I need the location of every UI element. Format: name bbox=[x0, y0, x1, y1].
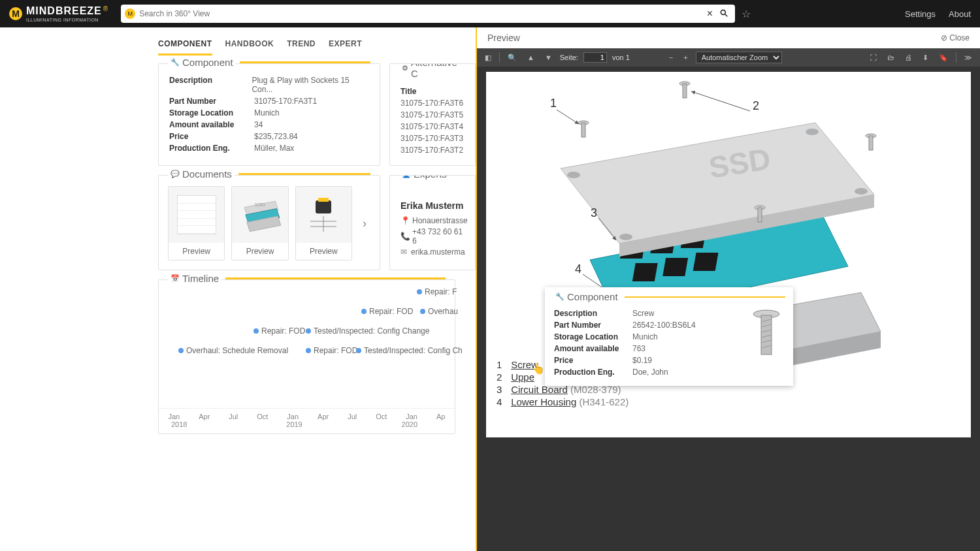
main-tabs: COMPONENT HANDBOOK TREND EXPERT bbox=[0, 27, 476, 55]
timeline-event[interactable]: Overhau bbox=[420, 307, 458, 316]
tab-handbook[interactable]: HANDBOOK bbox=[225, 34, 274, 55]
kv-row: Price$235,723.84 bbox=[169, 132, 369, 141]
pin-icon: 📍 bbox=[400, 216, 408, 225]
svg-line-1 bbox=[725, 14, 728, 16]
page-down-icon[interactable]: ▼ bbox=[542, 52, 555, 63]
part-list-item[interactable]: 4 Lower Housing (H341-622) bbox=[497, 396, 629, 407]
search-input[interactable] bbox=[139, 9, 703, 18]
cursor-hand-icon: 👆 bbox=[532, 362, 545, 375]
kv-row: Amount available763 bbox=[554, 344, 742, 353]
timeline-panel-title: Timeline bbox=[182, 273, 219, 284]
alt-item[interactable]: 31075-170:FA3T3 bbox=[400, 134, 465, 143]
alternative-panel-title: Alternative C bbox=[411, 63, 459, 79]
search-box[interactable]: M × bbox=[121, 5, 735, 23]
download-icon[interactable]: ⬇ bbox=[920, 52, 931, 63]
wrench-icon: 🔧 bbox=[555, 292, 564, 301]
sidebar-toggle-icon[interactable]: ◧ bbox=[482, 52, 494, 63]
gear-icon: ⚙ bbox=[402, 64, 408, 72]
svg-point-25 bbox=[855, 188, 868, 195]
page-of-label: von 1 bbox=[612, 54, 630, 61]
kv-row: DescriptionScrew bbox=[554, 309, 742, 318]
print-icon[interactable]: 🖨 bbox=[902, 52, 915, 63]
alt-item[interactable]: 31075-170:FA3T2 bbox=[400, 146, 465, 155]
page-up-icon[interactable]: ▲ bbox=[525, 52, 537, 63]
nav-about[interactable]: About bbox=[949, 9, 971, 19]
page-number-input[interactable] bbox=[583, 52, 607, 63]
phone-icon: 📞 bbox=[400, 232, 408, 241]
brand-logo: M MINDBREEZE ® ILLUMINATING INFORMATION bbox=[9, 5, 108, 22]
mail-icon: ✉ bbox=[400, 247, 407, 257]
svg-rect-19 bbox=[693, 253, 719, 271]
svg-rect-28 bbox=[581, 123, 585, 137]
close-icon: ⊘ bbox=[941, 33, 947, 42]
more-icon[interactable]: ≫ bbox=[962, 52, 975, 63]
timeline-event[interactable]: Repair: FOD bbox=[361, 307, 413, 316]
brand-tagline: ILLUMINATING INFORMATION bbox=[26, 18, 108, 22]
zoom-out-icon[interactable]: − bbox=[666, 52, 676, 63]
svg-point-24 bbox=[806, 129, 819, 135]
brand-name: MINDBREEZE bbox=[26, 5, 102, 17]
timeline-event[interactable]: Repair: FOD bbox=[306, 346, 357, 355]
svg-text:2: 2 bbox=[753, 99, 759, 112]
kv-row: Part Number26542-100:BS6L4 bbox=[554, 321, 742, 330]
tab-component[interactable]: COMPONENT bbox=[158, 34, 212, 55]
kv-row: Amount available34 bbox=[169, 120, 369, 129]
kv-row: DescriptionPlug & Play with Sockets 15 C… bbox=[169, 76, 369, 94]
user-icon: 👤 bbox=[402, 175, 411, 178]
documents-next-icon[interactable]: › bbox=[359, 217, 370, 230]
document-thumb-3[interactable]: Preview bbox=[295, 186, 352, 260]
svg-point-23 bbox=[567, 172, 580, 178]
expert-address: Honauerstrasse bbox=[412, 216, 468, 225]
svg-rect-34 bbox=[758, 208, 762, 222]
svg-text:SSD: SSD bbox=[255, 202, 265, 208]
svg-rect-18 bbox=[662, 258, 688, 276]
zoom-in-icon[interactable]: + bbox=[681, 52, 690, 63]
experts-panel-title: Experts bbox=[414, 175, 447, 180]
svg-text:4: 4 bbox=[575, 262, 581, 276]
svg-rect-17 bbox=[632, 263, 658, 281]
find-icon[interactable]: 🔍 bbox=[505, 52, 519, 63]
document-canvas[interactable]: SSD 1 2 bbox=[486, 72, 971, 437]
svg-rect-7 bbox=[318, 198, 329, 202]
alt-item[interactable]: 31075-170:FA3T5 bbox=[400, 110, 465, 119]
open-file-icon[interactable]: 🗁 bbox=[885, 52, 897, 63]
timeline-event[interactable]: Repair: FOD bbox=[253, 326, 305, 336]
component-panel-title: Component bbox=[182, 57, 233, 68]
component-tooltip: 🔧 Component DescriptionScrewPart Number2… bbox=[545, 287, 793, 386]
kv-row: Production Eng.Doe, John bbox=[554, 368, 742, 377]
expert-email: erika.musterma bbox=[411, 247, 465, 257]
nav-settings[interactable]: Settings bbox=[905, 9, 936, 19]
svg-rect-32 bbox=[869, 136, 873, 150]
search-icon[interactable] bbox=[717, 8, 731, 20]
bookmark-icon[interactable]: 🔖 bbox=[936, 52, 951, 63]
document-thumb-2[interactable]: SSD Preview bbox=[231, 186, 288, 260]
logo-mark-icon: M bbox=[9, 7, 22, 20]
clear-search-icon[interactable]: × bbox=[703, 8, 717, 20]
alt-item[interactable]: 31075-170:FA3T6 bbox=[400, 99, 465, 108]
fullscreen-icon[interactable]: ⛶ bbox=[867, 52, 879, 63]
kv-row: Part Number31075-170:FA3T1 bbox=[169, 97, 369, 106]
preview-heading: Preview bbox=[487, 33, 520, 43]
alt-item[interactable]: 31075-170:FA3T4 bbox=[400, 122, 465, 131]
favorite-star-icon[interactable]: ☆ bbox=[742, 8, 751, 20]
document-thumb-1[interactable]: Preview bbox=[168, 186, 225, 260]
registered-mark: ® bbox=[103, 5, 108, 12]
documents-panel-title: Documents bbox=[182, 168, 232, 180]
tab-expert[interactable]: EXPERT bbox=[329, 34, 362, 55]
kv-row: Price$0.19 bbox=[554, 356, 742, 365]
expert-name: Erika Musterm bbox=[400, 200, 465, 211]
expert-phone: +43 732 60 61 6 bbox=[412, 227, 465, 245]
timeline-event[interactable]: Tested/Inspected: Config Ch bbox=[356, 346, 463, 355]
timeline-event[interactable]: Repair: F bbox=[417, 287, 457, 296]
svg-text:1: 1 bbox=[550, 97, 557, 110]
tab-trend[interactable]: TREND bbox=[287, 34, 316, 55]
zoom-select[interactable]: Automatischer Zoom bbox=[696, 52, 782, 63]
timeline-event[interactable]: Overhaul: Schedule Removal bbox=[178, 346, 288, 355]
screw-image bbox=[751, 309, 784, 379]
close-preview-button[interactable]: ⊘Close bbox=[941, 33, 970, 42]
chat-icon: 💬 bbox=[171, 170, 180, 178]
timeline-event[interactable]: Tested/Inspected: Config Change bbox=[306, 326, 429, 336]
svg-rect-30 bbox=[683, 84, 687, 98]
svg-rect-6 bbox=[316, 200, 331, 213]
tooltip-title: Component bbox=[567, 291, 618, 302]
